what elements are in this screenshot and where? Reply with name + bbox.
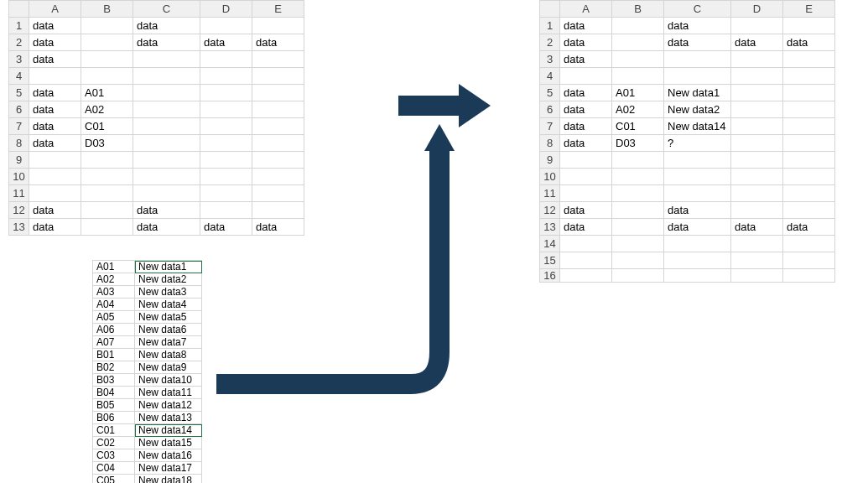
cell[interactable]: data — [664, 34, 731, 51]
cell[interactable] — [612, 34, 664, 51]
row-header[interactable]: 7 — [540, 118, 560, 135]
cell[interactable] — [731, 152, 783, 169]
row-header[interactable]: 4 — [540, 68, 560, 85]
cell[interactable]: data — [560, 85, 612, 101]
cell[interactable] — [783, 185, 835, 202]
cell[interactable] — [664, 185, 731, 202]
cell[interactable] — [612, 51, 664, 68]
row-header[interactable]: 10 — [540, 169, 560, 185]
cell[interactable]: data — [664, 18, 731, 34]
lookup-key-cell[interactable]: C01 — [93, 424, 135, 437]
cell[interactable]: ? — [664, 135, 731, 152]
lookup-value-cell[interactable]: New data18 — [135, 475, 202, 484]
cell[interactable] — [783, 85, 835, 101]
lookup-key-cell[interactable]: A04 — [93, 299, 135, 311]
cell[interactable] — [81, 34, 133, 51]
lookup-key-cell[interactable]: B04 — [93, 387, 135, 399]
cell[interactable]: data — [133, 18, 200, 34]
row-header[interactable]: 6 — [540, 101, 560, 118]
cell[interactable]: data — [133, 219, 200, 236]
cell[interactable]: data — [200, 34, 252, 51]
cell[interactable] — [731, 68, 783, 85]
cell[interactable] — [731, 85, 783, 101]
col-header-E[interactable]: E — [783, 1, 835, 18]
cell[interactable]: data — [560, 135, 612, 152]
cell[interactable] — [252, 51, 304, 68]
lookup-value-cell[interactable]: New data2 — [135, 273, 202, 286]
row-header[interactable]: 5 — [540, 85, 560, 101]
cell[interactable] — [81, 51, 133, 68]
cell[interactable]: data — [29, 101, 81, 118]
cell[interactable] — [200, 18, 252, 34]
cell[interactable]: data — [664, 202, 731, 219]
lookup-value-cell[interactable]: New data16 — [135, 449, 202, 462]
col-header-B[interactable]: B — [81, 1, 133, 18]
cell[interactable] — [731, 101, 783, 118]
cell[interactable]: data — [133, 34, 200, 51]
cell[interactable] — [664, 252, 731, 269]
cell[interactable] — [200, 68, 252, 85]
cell[interactable] — [133, 101, 200, 118]
cell[interactable] — [81, 219, 133, 236]
cell[interactable] — [664, 152, 731, 169]
cell[interactable]: A02 — [612, 101, 664, 118]
row-header[interactable]: 7 — [9, 118, 29, 135]
cell[interactable] — [783, 202, 835, 219]
cell[interactable] — [731, 236, 783, 252]
cell[interactable] — [612, 219, 664, 236]
cell[interactable] — [731, 169, 783, 185]
cell[interactable] — [731, 118, 783, 135]
cell[interactable]: data — [731, 219, 783, 236]
cell[interactable] — [783, 269, 835, 283]
col-header-C[interactable]: C — [133, 1, 200, 18]
cell[interactable] — [29, 152, 81, 169]
cell[interactable]: A01 — [612, 85, 664, 101]
cell[interactable] — [81, 68, 133, 85]
row-header[interactable]: 5 — [9, 85, 29, 101]
cell[interactable] — [200, 51, 252, 68]
cell[interactable]: D03 — [81, 135, 133, 152]
cell[interactable] — [612, 68, 664, 85]
cell[interactable] — [664, 68, 731, 85]
row-header[interactable]: 2 — [540, 34, 560, 51]
cell[interactable] — [560, 269, 612, 283]
cell[interactable] — [560, 152, 612, 169]
cell[interactable] — [133, 169, 200, 185]
cell[interactable]: data — [560, 18, 612, 34]
cell[interactable] — [664, 169, 731, 185]
cell[interactable]: data — [664, 219, 731, 236]
cell[interactable]: New data2 — [664, 101, 731, 118]
cell[interactable]: data — [560, 101, 612, 118]
cell[interactable]: A01 — [81, 85, 133, 101]
cell[interactable]: data — [252, 34, 304, 51]
cell[interactable] — [29, 169, 81, 185]
corner-cell[interactable] — [9, 1, 29, 18]
lookup-key-cell[interactable]: C02 — [93, 437, 135, 449]
cell[interactable] — [560, 236, 612, 252]
lookup-key-cell[interactable]: C03 — [93, 449, 135, 462]
cell[interactable] — [81, 152, 133, 169]
row-header[interactable]: 11 — [9, 185, 29, 202]
lookup-value-cell[interactable]: New data12 — [135, 399, 202, 412]
row-header[interactable]: 11 — [540, 185, 560, 202]
lookup-key-cell[interactable]: A02 — [93, 273, 135, 286]
cell[interactable]: data — [29, 85, 81, 101]
cell[interactable] — [252, 68, 304, 85]
row-header[interactable]: 2 — [9, 34, 29, 51]
lookup-value-cell[interactable]: New data15 — [135, 437, 202, 449]
lookup-value-cell[interactable]: New data17 — [135, 462, 202, 475]
cell[interactable] — [783, 152, 835, 169]
cell[interactable] — [731, 18, 783, 34]
cell[interactable] — [133, 152, 200, 169]
lookup-value-cell[interactable]: New data14 — [135, 424, 202, 437]
cell[interactable] — [731, 51, 783, 68]
cell[interactable] — [133, 118, 200, 135]
lookup-value-cell[interactable]: New data6 — [135, 324, 202, 336]
cell[interactable] — [664, 51, 731, 68]
cell[interactable] — [133, 185, 200, 202]
cell[interactable] — [783, 18, 835, 34]
cell[interactable] — [783, 236, 835, 252]
cell[interactable] — [783, 252, 835, 269]
lookup-value-cell[interactable]: New data5 — [135, 311, 202, 324]
row-header[interactable]: 13 — [540, 219, 560, 236]
